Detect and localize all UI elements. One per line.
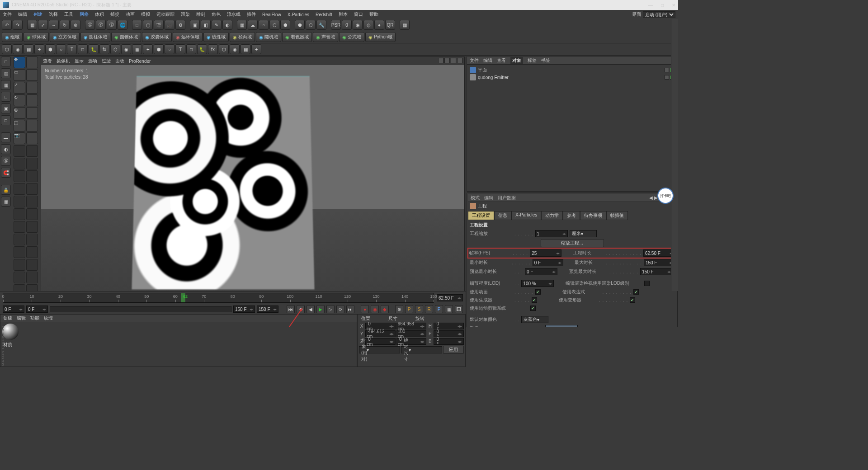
color-picker-icon[interactable]: ✎ [580, 326, 583, 328]
tl-rstart[interactable]: 0 F◂▸ [26, 306, 48, 313]
pos-z[interactable]: 0 cm◂▸ [365, 338, 396, 345]
field-button[interactable]: ◉Python域 [365, 32, 396, 42]
tool-slot[interactable] [14, 221, 25, 233]
tool-icon[interactable]: □ [186, 44, 196, 54]
vp-tab[interactable]: ProRender [129, 59, 151, 64]
menu-体积[interactable]: 体积 [95, 11, 104, 18]
tool-slot[interactable] [14, 170, 25, 182]
min-input[interactable]: 0 F◂▸ [533, 259, 563, 266]
anim-check[interactable]: ✔ [535, 289, 541, 295]
expr-check[interactable]: ✔ [633, 289, 639, 295]
tool-slot[interactable] [26, 221, 38, 233]
mode-button[interactable]: 🧲 [1, 168, 11, 178]
play-button[interactable]: ▶ [316, 305, 325, 313]
keysel-button[interactable]: ⊕ [395, 305, 403, 313]
toolbar-icon[interactable]: ⬡ [306, 20, 316, 30]
tool-icon[interactable]: 🐛 [89, 44, 99, 54]
tool-button[interactable]: ▭ [14, 69, 25, 81]
duration-input[interactable]: 62.50 F◂▸ [643, 249, 675, 257]
attr-menu[interactable]: 用户数据 [498, 195, 516, 201]
toolbar-icon[interactable]: ◎ [363, 20, 373, 30]
tool-button[interactable]: ↻ [14, 94, 25, 106]
tool-button[interactable]: ↗ [14, 82, 25, 94]
toolbar-icon[interactable]: Ⓧ [85, 20, 95, 30]
autokey-button[interactable]: ◉ [371, 305, 379, 313]
tool-slot[interactable] [14, 272, 25, 283]
lod-render-check[interactable] [644, 281, 650, 286]
tool-icon[interactable]: fx [99, 44, 109, 54]
mat-tab[interactable]: 纹理 [44, 315, 53, 321]
menu-帮助[interactable]: 帮助 [369, 11, 378, 18]
clip-button[interactable]: 🎞 [455, 305, 463, 313]
menu-工具[interactable]: 工具 [64, 11, 73, 18]
tool-slot[interactable] [26, 272, 38, 283]
toolbar-icon[interactable]: ▦ [400, 20, 410, 30]
toolbar-icon[interactable]: 🌐 [118, 20, 127, 30]
attr-tab[interactable]: 帧插值 [606, 211, 628, 220]
obj-tab[interactable]: 标签 [528, 57, 537, 64]
coord-obj-select[interactable]: 对象 (相对) ▾ [359, 346, 400, 353]
toolbar-icon[interactable]: ↶ [2, 20, 12, 30]
mode-button[interactable]: □ [1, 115, 11, 125]
field-button[interactable]: ◉远环体域 [173, 32, 203, 42]
tool-slot[interactable] [14, 196, 25, 207]
mode-button[interactable]: ▨ [1, 68, 11, 78]
toolbar-icon[interactable]: ◧ [201, 20, 211, 30]
mode-button[interactable]: □ [1, 56, 11, 66]
menu-窗口[interactable]: 窗口 [354, 11, 363, 18]
next-frame-button[interactable]: ▷ [326, 305, 335, 313]
tool-icon[interactable]: ⬢ [45, 44, 55, 54]
attr-tab[interactable]: 信息 [494, 211, 511, 220]
fps-input[interactable]: 25◂▸ [530, 249, 561, 257]
tool-icon[interactable]: T [175, 44, 185, 54]
size-z[interactable]: 0 cm◂▸ [396, 338, 427, 345]
vp-tab[interactable]: 选项 [88, 58, 97, 64]
menu-脚本[interactable]: 脚本 [339, 11, 348, 18]
close-button[interactable]: ✕ [672, 3, 675, 8]
menu-网格[interactable]: 网格 [80, 11, 89, 18]
tool-slot[interactable] [26, 259, 38, 271]
menu-捕捉[interactable]: 捕捉 [110, 11, 119, 18]
tool-slot[interactable] [26, 246, 38, 258]
rot-b[interactable]: 0 °◂▸ [434, 338, 464, 345]
field-button[interactable]: ◉圆锥体域 [111, 32, 141, 42]
attr-menu[interactable]: 模式 [471, 195, 480, 201]
field-button[interactable]: ◉线性域 [203, 32, 229, 42]
toolbar-icon[interactable]: □ [132, 20, 142, 30]
tool-button-alt[interactable] [26, 132, 38, 144]
gen-check[interactable]: ✔ [532, 297, 537, 303]
maximize-button[interactable]: □ [661, 3, 664, 8]
rot-button[interactable]: R [425, 305, 433, 313]
toolbar-icon[interactable]: ◉ [353, 20, 363, 30]
obj-tab[interactable]: 书签 [541, 57, 550, 64]
vp-tab[interactable]: 摄像机 [57, 58, 70, 64]
mode-button[interactable]: ▦ [1, 80, 11, 90]
tool-slot[interactable] [14, 208, 25, 220]
toolbar-icon[interactable]: ▦ [237, 20, 247, 30]
attr-tab[interactable]: 参考 [563, 211, 580, 220]
toolbar-icon[interactable]: ☁ [248, 20, 258, 30]
toolbar-icon[interactable]: ⊕ [71, 20, 80, 30]
scale-input[interactable]: 1◂▸ [535, 230, 568, 237]
obj-tab[interactable]: 编辑 [483, 57, 492, 64]
tool-slot[interactable] [14, 145, 25, 157]
attr-menu[interactable]: 编辑 [484, 195, 493, 201]
tool-icon[interactable]: ✦ [251, 44, 261, 54]
menu-运动跟踪[interactable]: 运动跟踪 [156, 11, 175, 18]
field-button[interactable]: ◉着色器域 [282, 32, 312, 42]
toolbar-icon[interactable]: ⬢ [280, 20, 290, 30]
lod-input[interactable]: 100 %◂▸ [521, 280, 554, 287]
tool-icon[interactable]: ▦ [132, 44, 142, 54]
key-button[interactable]: ◆ [381, 305, 389, 313]
object-row[interactable]: 平面 [469, 66, 675, 74]
next-key-button[interactable]: ⟳ [336, 305, 344, 313]
attr-tab[interactable]: 待办事项 [580, 211, 606, 220]
def-check[interactable]: ✔ [630, 297, 635, 303]
toolbar-icon[interactable]: QR [385, 20, 395, 30]
param-button[interactable]: P [435, 305, 443, 313]
timeline-cur[interactable]: 62.50 F◂▸ [437, 294, 463, 301]
toolbar-icon[interactable]: ▣ [190, 20, 200, 30]
attr-tab[interactable]: 工程设置 [468, 211, 494, 220]
menu-选择[interactable]: 选择 [49, 11, 58, 18]
tool-slot[interactable] [26, 145, 38, 157]
